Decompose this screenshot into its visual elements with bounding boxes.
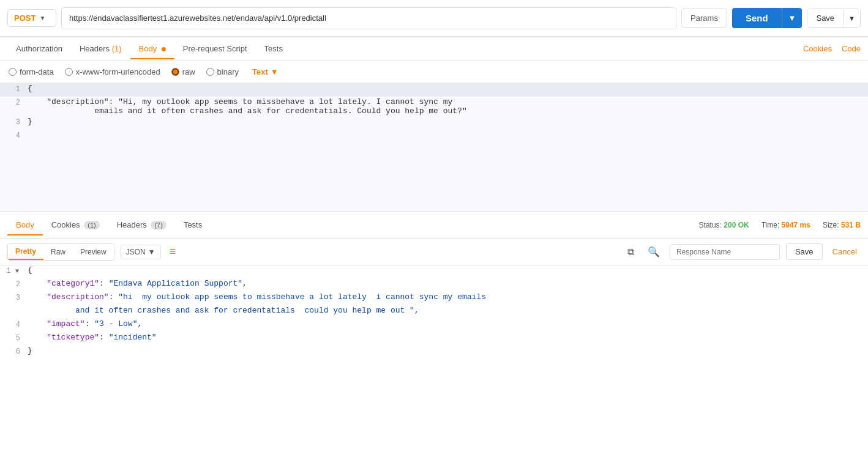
view-preview-button[interactable]: Preview xyxy=(73,244,114,260)
response-view-tabs: Pretty Raw Preview xyxy=(7,243,114,261)
save-dropdown-button[interactable]: ▼ xyxy=(843,9,860,27)
view-raw-button[interactable]: Raw xyxy=(43,244,73,260)
params-button[interactable]: Params xyxy=(681,9,727,28)
form-data-option[interactable]: form-data xyxy=(9,67,54,76)
url-input[interactable] xyxy=(61,7,676,29)
urlencoded-option[interactable]: x-www-form-urlencoded xyxy=(65,67,160,76)
tab-tests[interactable]: Tests xyxy=(256,38,291,59)
code-line-4: 4 xyxy=(0,130,868,143)
method-label: POST xyxy=(14,13,36,23)
save-button[interactable]: Save xyxy=(807,9,843,27)
tab-right-actions: Cookies Code xyxy=(803,44,861,53)
response-status-bar: Status: 200 OK Time: 5947 ms Size: 531 B xyxy=(699,221,861,229)
resp-line-3: 3 "description": "hi my outlook app seem… xyxy=(0,292,868,306)
resp-tab-headers[interactable]: Headers (7) xyxy=(108,214,175,236)
resp-line-1: 1 ▼ { xyxy=(0,265,868,279)
tab-headers[interactable]: Headers (1) xyxy=(71,38,130,59)
resp-tab-tests[interactable]: Tests xyxy=(175,214,211,236)
request-body-editor[interactable]: 1 { 2 "description": "Hi, my outlook app… xyxy=(0,83,868,212)
resp-line-3b: and it often crashes and ask for credent… xyxy=(0,306,868,319)
raw-option[interactable]: raw xyxy=(171,67,195,76)
resp-line-5: 5 "ticketype": "incident" xyxy=(0,333,868,346)
text-type-chevron-icon: ▼ xyxy=(271,67,279,76)
resp-tab-body[interactable]: Body xyxy=(7,214,43,236)
body-options: form-data x-www-form-urlencoded raw bina… xyxy=(0,61,868,83)
binary-option[interactable]: binary xyxy=(206,67,239,76)
text-type-selector[interactable]: Text ▼ xyxy=(252,67,279,76)
cookies-link[interactable]: Cookies xyxy=(803,44,832,53)
resp-line-6: 6 } xyxy=(0,346,868,360)
code-line-1: 1 { xyxy=(0,83,868,97)
tab-pre-request-script[interactable]: Pre-request Script xyxy=(174,38,256,59)
resp-line-2: 2 "category1": "Endava Application Suppo… xyxy=(0,279,868,292)
time-value: 5947 ms xyxy=(782,221,810,229)
response-section: Body Cookies (1) Headers (7) Tests Statu… xyxy=(0,212,868,466)
save-button-group: Save ▼ xyxy=(807,9,861,28)
json-format-selector[interactable]: JSON ▼ xyxy=(121,245,161,259)
response-tab-bar: Body Cookies (1) Headers (7) Tests Statu… xyxy=(0,212,868,239)
wrap-icon[interactable]: ≡ xyxy=(170,245,176,258)
code-line-3: 3 } xyxy=(0,116,868,130)
response-body-toolbar: Pretty Raw Preview JSON ▼ ≡ ⧉ 🔍 Save Can… xyxy=(0,239,868,265)
json-chevron-icon: ▼ xyxy=(148,248,155,256)
top-bar: POST ▼ Params Send ▼ Save ▼ xyxy=(0,0,868,37)
search-button[interactable]: 🔍 xyxy=(644,245,664,259)
status-value: 200 OK xyxy=(724,221,749,229)
size-value: 531 B xyxy=(841,221,861,229)
method-selector[interactable]: POST ▼ xyxy=(7,9,56,27)
response-name-input[interactable] xyxy=(670,244,780,260)
resp-tab-cookies[interactable]: Cookies (1) xyxy=(43,214,108,236)
view-pretty-button[interactable]: Pretty xyxy=(8,244,43,260)
method-chevron-icon: ▼ xyxy=(39,15,45,21)
send-button-group: Send ▼ xyxy=(732,8,803,28)
response-toolbar-right: ⧉ 🔍 Save Cancel xyxy=(624,243,861,260)
response-code-view: 1 ▼ { 2 "category1": "Endava Application… xyxy=(0,265,868,360)
response-cancel-button[interactable]: Cancel xyxy=(829,244,861,259)
tab-authorization[interactable]: Authorization xyxy=(7,38,71,59)
tab-body[interactable]: Body xyxy=(130,38,174,59)
request-tab-bar: Authorization Headers (1) Body Pre-reque… xyxy=(0,37,868,61)
resp-line-4: 4 "impact": "3 - Low", xyxy=(0,319,868,333)
copy-button[interactable]: ⧉ xyxy=(624,245,638,259)
code-line-2: 2 "description": "Hi, my outlook app see… xyxy=(0,97,868,116)
response-save-button[interactable]: Save xyxy=(786,243,823,260)
code-link[interactable]: Code xyxy=(842,44,861,53)
send-dropdown-button[interactable]: ▼ xyxy=(782,8,803,28)
send-button[interactable]: Send xyxy=(732,8,782,28)
